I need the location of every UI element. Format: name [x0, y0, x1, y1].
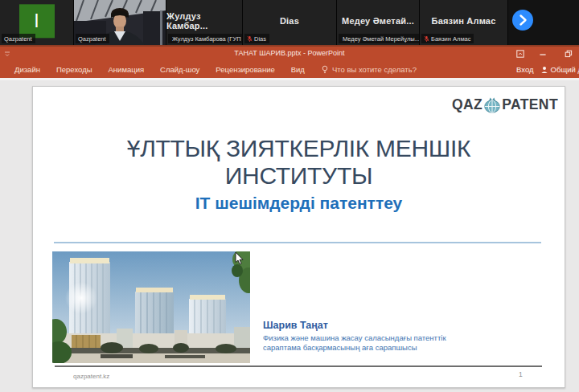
buildings-photo	[52, 251, 250, 363]
presenter-name: Шарив Таңат	[263, 320, 446, 331]
logo-text-right: PATENT	[502, 96, 558, 113]
participant-name-label: Баязин Алмас	[421, 34, 474, 43]
divider-line	[54, 242, 541, 243]
participant-tile-qazpatent-video[interactable]: Qazpatent	[74, 0, 166, 45]
qazpatent-logo: QAZ PATENT	[452, 96, 558, 113]
minimize-button[interactable]	[539, 50, 547, 58]
lightbulb-icon	[321, 65, 329, 74]
participant-name-label: Qazpatent	[2, 34, 35, 43]
participant-tile-qazpatent-avatar[interactable]: I Qazpatent	[0, 0, 73, 45]
powerpoint-window: ТАНАТ ШАРИВ.pptx - PowerPoint Дизайн Пер…	[0, 45, 579, 392]
muted-mic-icon	[247, 35, 253, 43]
mouse-cursor-icon	[235, 252, 244, 265]
sign-in-button[interactable]: Вход	[516, 65, 534, 74]
tab-transitions[interactable]: Переходы	[48, 61, 101, 78]
muted-mic-icon	[424, 35, 429, 43]
ribbon-display-options-button[interactable]	[516, 50, 524, 58]
ribbon-right-group: Вход Общий д	[516, 61, 579, 78]
participant-tile-bayazin[interactable]: Баязин Алмас Баязин Алмас	[420, 0, 507, 45]
restore-window-button[interactable]	[565, 50, 573, 58]
tab-slideshow[interactable]: Слайд-шоу	[152, 61, 207, 78]
tell-me-box[interactable]: Что вы хотите сделать?	[321, 65, 417, 74]
screen: I Qazpatent	[0, 0, 579, 392]
participant-tile-zhulduz[interactable]: Жулдуз Камбар... Жулдуз Камбарова (ГУП Г…	[166, 0, 242, 45]
presenter-role: Физика және машина жасау саласындағы пат…	[263, 333, 446, 352]
footer-website: qazpatent.kz	[73, 373, 109, 380]
window-title: ТАНАТ ШАРИВ.pptx - PowerPoint	[0, 49, 579, 57]
participant-name-label: Qazpatent	[76, 34, 109, 43]
next-page-button[interactable]	[512, 10, 533, 31]
logo-text-left: QAZ	[452, 96, 482, 113]
tab-animations[interactable]: Анимация	[101, 61, 153, 78]
tab-view[interactable]: Вид	[283, 61, 313, 78]
participant-name-label: Жулдуз Камбарова (ГУП Г..	[168, 34, 242, 43]
ribbon-tab-bar: Дизайн Переходы Анимация Слайд-шоу Рецен…	[0, 61, 579, 78]
person-icon	[540, 66, 548, 74]
participant-name-label: Медеу Әметай Мерейұлы...	[339, 34, 419, 43]
footer-line	[55, 365, 542, 367]
chevron-right-icon	[512, 10, 533, 31]
gallery-next-page-tile	[508, 0, 579, 45]
slide-canvas[interactable]: QAZ PATENT ҰЛТТЫҚ ЗИЯТКЕРЛІК МЕНШІК ИНСТ…	[32, 86, 565, 388]
tab-design[interactable]: Дизайн	[6, 61, 48, 78]
slide-page-number: 1	[519, 370, 523, 378]
slide-workspace: QAZ PATENT ҰЛТТЫҚ ЗИЯТКЕРЛІК МЕНШІК ИНСТ…	[0, 78, 579, 392]
video-strip: I Qazpatent	[0, 0, 579, 45]
participant-tile-medeu[interactable]: Медеу Әметай... Медеу Әметай Мерейұлы...	[337, 0, 419, 45]
slide-title: ҰЛТТЫҚ ЗИЯТКЕРЛІК МЕНШІК ИНСТИТУТЫ	[33, 135, 565, 190]
participant-tile-dias[interactable]: Dias Dias	[243, 0, 336, 45]
participant-name-label: Dias	[244, 34, 269, 43]
share-button[interactable]: Общий д	[540, 65, 579, 74]
globe-icon	[483, 96, 501, 113]
title-bar: ТАНАТ ШАРИВ.pptx - PowerPoint	[0, 45, 579, 61]
avatar-letter: I	[34, 10, 39, 32]
presenter-block: Шарив Таңат Физика және машина жасау сал…	[263, 320, 446, 352]
tab-review[interactable]: Рецензирование	[207, 61, 282, 78]
slide-subtitle: IT шешімдерді патенттеу	[33, 194, 565, 213]
